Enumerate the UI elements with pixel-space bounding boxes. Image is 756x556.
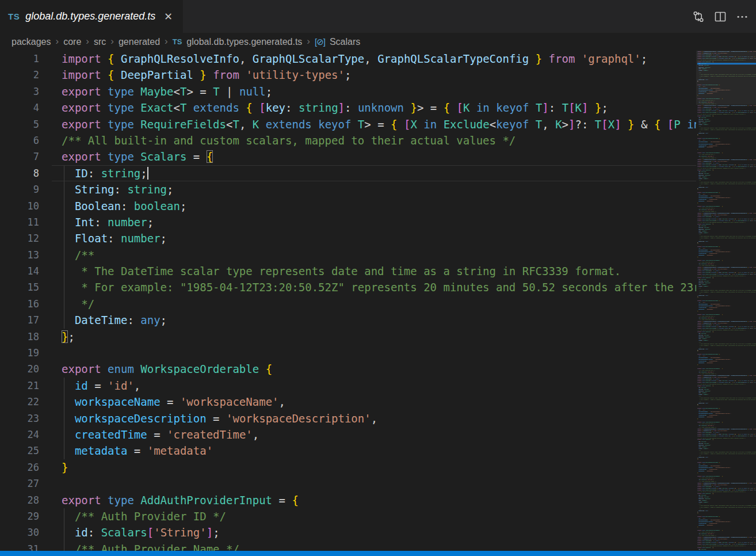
tab-bar: TS global.db.types.generated.ts ✕ [0, 0, 756, 33]
line-number[interactable]: 13 [0, 247, 39, 263]
breadcrumb-folder[interactable]: generated [119, 37, 160, 47]
line-number[interactable]: 15 [0, 279, 39, 295]
code-line[interactable]: 29 /** Auth Provider ID */ [0, 508, 696, 524]
breadcrumb-folder[interactable]: src [94, 37, 106, 47]
breadcrumb-symbol[interactable]: Scalars [330, 37, 360, 47]
breadcrumb-folder[interactable]: packages [12, 37, 51, 47]
breadcrumb-folder[interactable]: core [63, 37, 81, 47]
open-changes-button[interactable] [689, 7, 708, 26]
line-number[interactable]: 12 [0, 230, 39, 246]
code-text: * For example: "1985-04-12T23:20:50.52Z"… [39, 279, 696, 295]
line-number[interactable]: 28 [0, 492, 39, 508]
line-number[interactable]: 5 [0, 116, 39, 132]
breadcrumb-separator: › [56, 36, 59, 46]
code-line[interactable]: 27 [0, 475, 696, 492]
code-line[interactable]: 5export type RequireFields<T, K extends … [0, 116, 696, 132]
code-line[interactable]: 3export type Maybe<T> = T | null; [0, 83, 696, 100]
line-number[interactable]: 2 [0, 67, 39, 83]
line-number[interactable]: 7 [0, 148, 39, 165]
line-number[interactable]: 31 [0, 541, 39, 551]
code-line[interactable]: 8 ID: string; [0, 165, 696, 181]
line-number[interactable]: 4 [0, 100, 39, 116]
line-number[interactable]: 16 [0, 296, 39, 312]
code-line[interactable]: 7export type Scalars = { [0, 148, 696, 165]
code-line[interactable]: 24 createdTime = 'createdTime', [0, 426, 696, 443]
line-number[interactable]: 25 [0, 443, 39, 459]
status-bar [0, 551, 756, 556]
line-number[interactable]: 24 [0, 426, 39, 443]
code-line[interactable]: 11 Int: number; [0, 214, 696, 230]
breadcrumb-separator: › [86, 36, 89, 46]
breadcrumb: packages›core›src›generated›TSglobal.db.… [0, 33, 756, 51]
line-number[interactable]: 29 [0, 508, 39, 524]
code-line[interactable]: 18}; [0, 329, 696, 345]
text-cursor [147, 167, 148, 180]
code-line[interactable]: 21 id = 'id', [0, 378, 696, 394]
line-number[interactable]: 3 [0, 83, 39, 100]
breadcrumb-separator: › [307, 36, 310, 46]
code-text: DateTime: any; [39, 312, 167, 328]
code-line[interactable]: 19 [0, 345, 696, 361]
line-number[interactable]: 22 [0, 394, 39, 410]
code-line[interactable]: 16 */ [0, 296, 696, 312]
breadcrumb-file[interactable]: global.db.types.generated.ts [186, 37, 302, 47]
code-line[interactable]: 25 metadata = 'metadata' [0, 443, 696, 459]
line-number[interactable]: 1 [0, 51, 39, 67]
line-number[interactable]: 17 [0, 312, 39, 328]
tab-label: global.db.types.generated.ts [25, 10, 155, 22]
code-text: export type Exact<T extends { [key: stri… [39, 100, 608, 116]
more-actions-button[interactable] [733, 7, 751, 26]
code-text: id = 'id', [39, 378, 140, 394]
code-line[interactable]: 10 Boolean: boolean; [0, 198, 696, 214]
code-line[interactable]: 15 * For example: "1985-04-12T23:20:50.5… [0, 279, 696, 295]
code-line[interactable]: 17 DateTime: any; [0, 312, 696, 328]
split-editor-button[interactable] [711, 7, 730, 26]
code-text: createdTime = 'createdTime', [39, 426, 259, 443]
line-number[interactable]: 30 [0, 524, 39, 540]
code-text: Float: number; [39, 230, 167, 246]
minimap-slider[interactable] [696, 51, 756, 105]
code-text: workspaceName = 'workspaceName', [39, 394, 285, 410]
code-line[interactable]: 4export type Exact<T extends { [key: str… [0, 100, 696, 116]
code-line[interactable]: 12 Float: number; [0, 230, 696, 246]
code-text: /** Auth Provider Name */ [39, 541, 239, 551]
code-line[interactable]: 23 workspaceDescription = 'workspaceDesc… [0, 410, 696, 426]
code-line[interactable]: 1import { GraphQLResolveInfo, GraphQLSca… [0, 51, 696, 67]
code-line[interactable]: 22 workspaceName = 'workspaceName', [0, 394, 696, 410]
minimap[interactable]: import { GraphQLResolveInfo, GraphQLScal… [696, 51, 756, 551]
close-icon[interactable]: ✕ [162, 10, 175, 23]
code-line[interactable]: 31 /** Auth Provider Name */ [0, 541, 696, 551]
code-line[interactable]: 6/** All built-in and custom scalars, ma… [0, 132, 696, 148]
line-number[interactable]: 18 [0, 329, 39, 345]
code-line[interactable]: 2import { DeepPartial } from 'utility-ty… [0, 67, 696, 83]
code-text: export type Scalars = { [39, 148, 213, 165]
typescript-file-icon: TS [173, 37, 182, 46]
line-number[interactable]: 27 [0, 475, 39, 492]
typescript-file-icon: TS [8, 12, 20, 21]
code-editor[interactable]: 1import { GraphQLResolveInfo, GraphQLSca… [0, 51, 696, 551]
line-number[interactable]: 23 [0, 410, 39, 426]
line-number[interactable]: 6 [0, 132, 39, 148]
line-number[interactable]: 9 [0, 181, 39, 197]
line-number[interactable]: 11 [0, 214, 39, 230]
line-number[interactable]: 19 [0, 345, 39, 361]
code-line[interactable]: 14 * The DateTime scalar type represents… [0, 263, 696, 279]
vscode-window: TS global.db.types.generated.ts ✕ [0, 0, 756, 556]
code-line[interactable]: 20export enum WorkspaceOrderable { [0, 361, 696, 377]
code-line[interactable]: 28export type AddAuthProviderInput = { [0, 492, 696, 508]
code-line[interactable]: 30 id: Scalars['String']; [0, 524, 696, 540]
code-line[interactable]: 26} [0, 459, 696, 475]
line-number[interactable]: 20 [0, 361, 39, 377]
line-number[interactable]: 26 [0, 459, 39, 475]
line-number[interactable]: 14 [0, 263, 39, 279]
code-line[interactable]: 13 /** [0, 247, 696, 263]
tab-global-db-types-generated[interactable]: TS global.db.types.generated.ts ✕ [0, 0, 183, 33]
split-editor-icon [714, 10, 727, 23]
code-text: }; [39, 329, 75, 345]
line-number[interactable]: 8 [0, 165, 39, 181]
line-number[interactable]: 10 [0, 198, 39, 214]
line-number[interactable]: 21 [0, 378, 39, 394]
compare-changes-icon [692, 10, 705, 23]
code-line[interactable]: 9 String: string; [0, 181, 696, 197]
code-text [39, 345, 62, 361]
